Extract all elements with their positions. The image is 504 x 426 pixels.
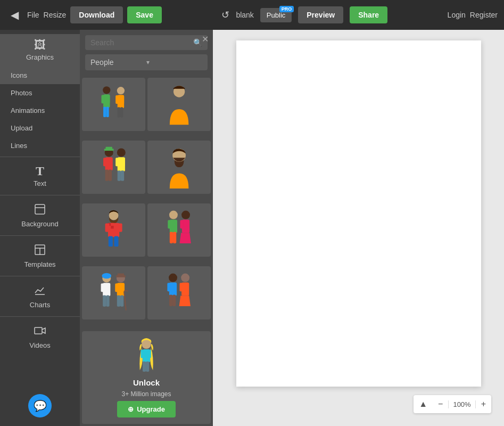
svg-rect-31 <box>122 158 125 166</box>
templates-icon <box>34 243 46 258</box>
svg-rect-18 <box>120 107 123 118</box>
svg-rect-79 <box>185 283 188 291</box>
category-label: People <box>90 58 146 67</box>
charts-icon <box>34 284 46 299</box>
svg-rect-58 <box>101 283 104 292</box>
upgrade-icon: ⊕ <box>128 405 134 413</box>
download-button[interactable]: Download <box>70 6 123 23</box>
unlock-title: Unlock <box>133 378 160 387</box>
share-button[interactable]: Share <box>350 6 387 23</box>
svg-rect-9 <box>101 95 104 103</box>
svg-rect-42 <box>118 224 122 232</box>
svg-rect-66 <box>115 283 118 292</box>
sidebar-item-icons[interactable]: Icons <box>0 67 80 84</box>
search-icon: 🔍 <box>193 38 202 47</box>
graphic-item[interactable] <box>82 141 145 194</box>
svg-rect-33 <box>121 170 124 181</box>
svg-rect-11 <box>103 106 106 117</box>
graphic-item[interactable] <box>147 141 211 194</box>
svg-rect-30 <box>115 158 119 166</box>
svg-rect-40 <box>111 226 113 228</box>
svg-rect-84 <box>143 362 146 372</box>
close-panel-button[interactable]: ✕ <box>202 35 209 44</box>
graphic-item[interactable] <box>147 203 211 257</box>
login-button[interactable]: Login <box>448 11 466 19</box>
svg-point-76 <box>181 274 189 282</box>
separator-1 <box>0 157 80 157</box>
zoom-in-button[interactable]: + <box>476 395 491 413</box>
charts-label: Charts <box>30 301 50 309</box>
svg-rect-10 <box>106 95 110 103</box>
graphic-item[interactable] <box>82 266 145 320</box>
sidebar-item-charts[interactable]: Charts <box>0 278 80 314</box>
text-label: Text <box>34 179 46 187</box>
svg-rect-0 <box>35 204 45 214</box>
graphic-item[interactable] <box>82 203 145 257</box>
svg-line-67 <box>124 291 126 310</box>
upgrade-button[interactable]: ⊕ Upgrade <box>117 401 176 417</box>
svg-rect-25 <box>109 158 112 166</box>
back-button[interactable]: ◀ <box>6 6 23 23</box>
separator-5 <box>0 316 80 317</box>
graphics-grid <box>80 76 213 329</box>
resize-button[interactable]: Resize <box>44 11 67 19</box>
undo-button[interactable]: ↺ <box>221 9 229 21</box>
svg-rect-38 <box>111 223 113 226</box>
category-select[interactable]: People ▾ <box>85 54 208 70</box>
search-input[interactable] <box>90 38 190 47</box>
sidebar-item-lines[interactable]: Lines <box>0 137 80 154</box>
svg-rect-60 <box>103 295 106 306</box>
unlock-subtitle: 3+ Million images <box>121 390 171 398</box>
sidebar: 🖼 Graphics Icons Photos Animations Uploa… <box>0 30 80 426</box>
register-button[interactable]: Register <box>470 11 498 19</box>
separator-3 <box>0 235 80 236</box>
visibility-button[interactable]: Public PRO <box>260 8 292 22</box>
svg-rect-12 <box>106 106 109 117</box>
graphic-item[interactable] <box>147 266 211 320</box>
search-box: 🔍 <box>85 35 208 50</box>
zoom-out-button[interactable]: − <box>433 395 448 413</box>
graphic-item[interactable] <box>147 78 211 131</box>
save-button[interactable]: Save <box>127 6 162 23</box>
document-name: blank <box>236 11 253 19</box>
svg-point-28 <box>117 148 126 157</box>
svg-rect-48 <box>173 220 177 228</box>
sidebar-item-templates[interactable]: Templates <box>0 238 80 274</box>
chat-button[interactable]: 💬 <box>28 394 52 417</box>
graphics-icon: 🖼 <box>34 39 46 51</box>
sidebar-item-photos[interactable]: Photos <box>0 84 80 102</box>
svg-rect-82 <box>141 350 144 358</box>
background-icon <box>34 203 46 218</box>
graphics-label: Graphics <box>26 53 54 61</box>
sidebar-item-videos[interactable]: Videos <box>0 319 80 355</box>
svg-rect-49 <box>170 232 173 243</box>
videos-label: Videos <box>29 341 51 349</box>
sidebar-item-text[interactable]: T Text <box>0 159 80 193</box>
svg-rect-50 <box>173 232 176 243</box>
graphics-submenu: Icons Photos Animations Upload Lines <box>0 67 80 154</box>
svg-rect-44 <box>114 236 118 247</box>
svg-point-7 <box>103 86 110 94</box>
graphic-item[interactable] <box>82 78 145 131</box>
sidebar-item-upload[interactable]: Upload <box>0 119 80 137</box>
svg-point-56 <box>102 273 111 279</box>
preview-button[interactable]: Preview <box>298 6 343 23</box>
separator-4 <box>0 276 80 276</box>
svg-rect-73 <box>173 283 176 291</box>
unlock-preview-image <box>130 338 162 375</box>
svg-rect-22 <box>105 147 112 150</box>
panel-header: 🔍 People ▾ ✕ <box>80 30 213 76</box>
sidebar-item-background[interactable]: Background <box>0 198 80 233</box>
sidebar-item-animations[interactable]: Animations <box>0 102 80 119</box>
svg-rect-26 <box>105 169 109 181</box>
svg-rect-6 <box>35 327 42 334</box>
file-menu-button[interactable]: File <box>27 11 39 19</box>
canvas[interactable] <box>236 40 481 387</box>
svg-rect-16 <box>121 95 124 104</box>
zoom-up-button[interactable]: ▲ <box>414 395 433 413</box>
svg-rect-68 <box>117 295 120 306</box>
sidebar-item-graphics[interactable]: 🖼 Graphics <box>0 34 80 67</box>
svg-rect-17 <box>118 107 120 118</box>
svg-rect-72 <box>167 283 170 291</box>
svg-point-51 <box>181 211 190 219</box>
